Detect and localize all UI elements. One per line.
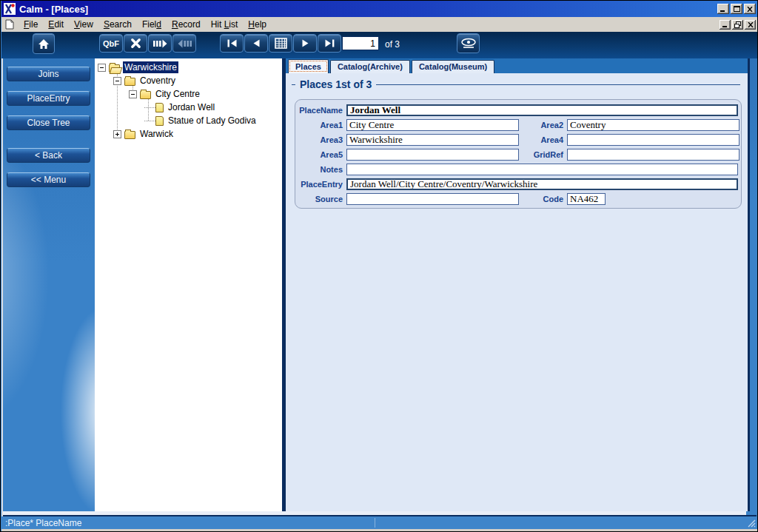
calm-application-window: Calm - [Places] File Edit View Search Fi… xyxy=(0,0,758,532)
place-entry-button[interactable]: PlaceEntry xyxy=(7,91,90,106)
view-button[interactable] xyxy=(457,33,480,53)
fast-rewind-button[interactable] xyxy=(172,34,196,53)
area1-field[interactable] xyxy=(346,119,519,131)
app-logo-icon xyxy=(4,3,16,15)
document-icon[interactable] xyxy=(5,19,14,30)
placename-field[interactable] xyxy=(346,104,738,116)
minimize-button[interactable] xyxy=(717,4,729,14)
tab-places[interactable]: Places xyxy=(288,59,329,73)
back-button[interactable]: < Back xyxy=(7,148,90,163)
status-text: :Place* PlaceName xyxy=(1,518,375,528)
tree-item-label: City Centre xyxy=(154,88,201,100)
area4-label: Area4 xyxy=(519,135,563,144)
tree-connector-stub xyxy=(144,107,155,108)
tab-strip: Places Catalog(Archive) Catalog(Museum) xyxy=(286,58,748,73)
collapse-icon[interactable] xyxy=(113,77,121,85)
tree-item-label: Warwickshire xyxy=(123,61,178,73)
folder-icon xyxy=(124,131,135,139)
next-record-button[interactable] xyxy=(293,34,317,53)
tree-item-jordan-well[interactable]: Jordan Well xyxy=(95,101,282,114)
notes-field[interactable] xyxy=(346,164,738,175)
bottom-window-frame xyxy=(1,529,758,532)
child-close-button[interactable] xyxy=(745,20,756,30)
menu-record[interactable]: Record xyxy=(167,18,206,31)
menu-bar: File Edit View Search Field Record Hit L… xyxy=(1,17,758,32)
previous-record-button[interactable] xyxy=(244,34,268,53)
menu-button[interactable]: << Menu xyxy=(7,172,90,187)
menu-field[interactable]: Field xyxy=(137,18,167,31)
source-label: Source xyxy=(295,195,343,203)
gridref-label: GridRef xyxy=(519,150,563,159)
tree-item-statue-of-lady-godiva[interactable]: Statue of Lady Godiva xyxy=(95,114,282,127)
source-field[interactable] xyxy=(346,193,519,205)
record-panel: Places Catalog(Archive) Catalog(Museum) … xyxy=(286,58,748,511)
folder-open-icon xyxy=(109,64,120,73)
menu-edit[interactable]: Edit xyxy=(43,18,69,31)
menu-hit-list[interactable]: Hit List xyxy=(206,18,244,31)
placeentry-field[interactable] xyxy=(346,178,738,190)
tree-item-label: Statue of Lady Godiva xyxy=(167,115,258,127)
tree-item-coventry[interactable]: Coventry xyxy=(95,74,282,87)
resize-grip-icon[interactable] xyxy=(747,519,756,528)
close-tree-button[interactable]: Close Tree xyxy=(7,115,90,130)
tree-item-warwickshire[interactable]: Warwickshire xyxy=(95,61,282,74)
record-count-label: of 3 xyxy=(385,39,400,50)
tree-item-city-centre[interactable]: City Centre xyxy=(95,87,282,101)
hit-list-button[interactable] xyxy=(269,34,292,53)
collapse-icon[interactable] xyxy=(98,64,106,72)
area5-field[interactable] xyxy=(346,149,519,161)
placename-label: PlaceName xyxy=(295,106,343,115)
area2-field[interactable] xyxy=(567,119,739,131)
tree-item-label: Coventry xyxy=(138,75,177,87)
expand-plus-icon[interactable] xyxy=(113,130,121,138)
first-record-icon xyxy=(227,39,237,47)
code-field[interactable] xyxy=(567,193,606,205)
last-record-button[interactable] xyxy=(318,34,341,53)
hit-list-grid-icon xyxy=(275,38,287,49)
group-line xyxy=(292,84,295,85)
next-record-icon xyxy=(302,39,309,47)
gridref-field[interactable] xyxy=(567,149,739,161)
home-icon xyxy=(38,38,50,50)
eye-view-icon xyxy=(460,38,477,49)
tree-connector-line xyxy=(148,98,149,121)
first-record-button[interactable] xyxy=(220,34,244,53)
record-number-input[interactable] xyxy=(342,36,379,50)
child-minimize-button[interactable] xyxy=(720,20,731,30)
title-bar: Calm - [Places] xyxy=(1,1,758,17)
tree-panel: Warwickshire Coventry City Centre Jordan… xyxy=(95,58,282,511)
qbf-button[interactable]: QbF xyxy=(99,34,123,53)
notes-label: Notes xyxy=(295,165,343,174)
area3-label: Area3 xyxy=(295,135,343,144)
fast-forward-icon xyxy=(153,39,167,48)
folder-icon xyxy=(124,78,135,86)
tab-catalog-museum[interactable]: Catalog(Museum) xyxy=(412,60,494,73)
area2-label: Area2 xyxy=(519,121,563,129)
page-icon xyxy=(155,116,164,126)
status-divider xyxy=(375,518,375,528)
group-header: Places 1st of 3 xyxy=(292,78,740,90)
window-title: Calm - [Places] xyxy=(19,4,88,15)
menu-help[interactable]: Help xyxy=(243,18,272,31)
menu-file[interactable]: File xyxy=(19,18,43,31)
qbf-label: QbF xyxy=(103,39,119,48)
fast-rewind-icon xyxy=(178,39,192,48)
area4-field[interactable] xyxy=(567,134,739,146)
area3-field[interactable] xyxy=(346,134,519,146)
menu-view[interactable]: View xyxy=(69,18,98,31)
expand-button[interactable] xyxy=(124,34,147,53)
maximize-button[interactable] xyxy=(731,4,742,14)
panel-right-border xyxy=(748,58,750,511)
home-button[interactable] xyxy=(33,33,55,54)
places-form: PlaceName Area1 Area2 Area3 Area4 Area5 xyxy=(295,99,742,209)
joins-button[interactable]: Joins xyxy=(7,67,90,81)
fast-forward-button[interactable] xyxy=(148,34,172,53)
close-button[interactable] xyxy=(744,4,756,14)
menu-search[interactable]: Search xyxy=(98,18,137,31)
tab-catalog-archive[interactable]: Catalog(Archive) xyxy=(330,60,410,73)
child-restore-button[interactable] xyxy=(732,20,743,30)
collapse-icon[interactable] xyxy=(129,90,137,98)
tree-item-label: Jordan Well xyxy=(167,101,216,113)
previous-record-icon xyxy=(253,39,260,47)
tree-item-warwick[interactable]: Warwick xyxy=(95,127,282,141)
